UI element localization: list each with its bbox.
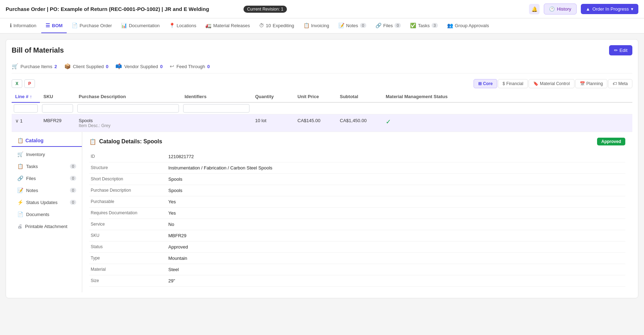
detail-table-row: Structure Instrumentation / Fabrication … <box>89 162 625 174</box>
catalog-title-icon: 📋 <box>17 138 23 143</box>
detail-table-row: Service No <box>89 219 625 230</box>
info-icon: ℹ <box>10 23 12 28</box>
row-status: ✓ <box>382 114 632 132</box>
catalog-detail-title-icon: 📋 <box>89 138 96 145</box>
filter-sku-input[interactable] <box>42 104 73 113</box>
view-tab-planning[interactable]: 📅 Planning <box>575 79 608 88</box>
detail-field-value: 1210821772 <box>167 151 625 162</box>
detail-field-label: Purchase Description <box>89 185 167 196</box>
detail-field-label: Structure <box>89 162 167 174</box>
client-supplied-icon: 📦 <box>64 63 71 70</box>
sidebar-item-notes[interactable]: 📝 Notes 0 <box>12 184 82 196</box>
sidebar-item-printable-attachment[interactable]: 🖨 Printable Attachment <box>12 220 82 232</box>
detail-field-value: MBFR29 <box>167 230 625 241</box>
tab-purchase-order[interactable]: 📄 Purchase Order <box>67 18 116 33</box>
tab-tasks[interactable]: ✅ Tasks 3 <box>406 18 442 33</box>
material-releases-icon: 🚛 <box>205 23 211 28</box>
tab-group-approvals[interactable]: 👥 Group Approvals <box>443 18 493 33</box>
row-purchase-desc: Spools Item Desc.: Grey <box>75 114 181 132</box>
material-control-tab-icon: 🔖 <box>533 81 538 86</box>
row-expand-button[interactable]: ∨ <box>15 118 19 124</box>
bom-title: Bill of Materials <box>12 46 64 54</box>
tab-notes[interactable]: 📝 Notes 0 <box>334 18 371 33</box>
filter-row <box>12 102 632 114</box>
row-identifiers <box>181 114 252 132</box>
tab-expediting[interactable]: ⏱ 10 Expediting <box>255 18 298 33</box>
filter-identifiers-input[interactable] <box>183 104 249 113</box>
detail-table-row: Requires Documentation Yes <box>89 208 625 219</box>
tasks-sidebar-icon: 📋 <box>17 163 23 169</box>
col-header-subtotal: Subtotal <box>336 91 382 102</box>
pdf-export-button[interactable]: P <box>24 79 35 88</box>
filter-line-input[interactable] <box>14 104 38 113</box>
view-tab-material-control[interactable]: 🔖 Material Control <box>529 79 574 88</box>
detail-field-value: Spools <box>167 174 625 185</box>
order-status-button[interactable]: ▲ Order In Progress ▾ <box>581 4 638 14</box>
documents-icon: 📄 <box>17 211 23 217</box>
tab-material-releases[interactable]: 🚛 Material Releases <box>201 18 254 33</box>
sidebar-item-inventory[interactable]: 🛒 Inventory <box>12 148 82 160</box>
detail-field-label: Service <box>89 219 167 230</box>
purchase-items-summary: 🛒 Purchase Items 2 <box>12 63 57 70</box>
view-tab-core[interactable]: ⊞ Core <box>474 79 497 88</box>
order-icon: ▲ <box>586 6 590 12</box>
edit-button[interactable]: ✏ Edit <box>609 45 632 55</box>
tab-documentation[interactable]: 📊 Documentation <box>117 18 164 33</box>
sidebar-item-status-updates[interactable]: ⚡ Status Updates 0 <box>12 196 82 208</box>
excel-export-button[interactable]: X <box>12 79 22 88</box>
view-tabs: ⊞ Core $ Financial 🔖 Material Control 📅 … <box>474 79 632 88</box>
history-button[interactable]: 🕐 History <box>544 4 576 14</box>
col-header-sku: SKU <box>40 91 75 102</box>
detail-table-row: Status Approved <box>89 241 625 253</box>
detail-table-row: ID 1210821772 <box>89 151 625 162</box>
view-tab-meta[interactable]: 🏷 Meta <box>608 79 632 88</box>
bom-icon: ☰ <box>46 23 50 28</box>
detail-field-value: Steel <box>167 264 625 275</box>
sort-asc-icon: ↑ <box>30 94 32 99</box>
approved-badge: Approved <box>597 138 625 145</box>
notification-bell-button[interactable]: 🔔 <box>529 4 540 14</box>
core-tab-icon: ⊞ <box>478 81 482 86</box>
detail-field-label: Short Description <box>89 174 167 185</box>
nav-tabs: ℹ Information ☰ BOM 📄 Purchase Order 📊 D… <box>0 18 644 34</box>
files-icon: 🔗 <box>375 23 381 28</box>
main-content: Bill of Materials ✏ Edit 🛒 Purchase Item… <box>0 34 644 331</box>
vendor-supplied-icon: 📫 <box>115 63 122 70</box>
catalog-sidebar-title: 📋 Catalog <box>12 138 82 147</box>
sidebar-item-documents[interactable]: 📄 Documents <box>12 208 82 220</box>
cart-icon: 🛒 <box>12 63 18 70</box>
row-expand-cell: ∨ 1 <box>12 114 40 132</box>
bell-icon: 🔔 <box>531 6 537 12</box>
detail-table-row: Size 29" <box>89 275 625 287</box>
detail-field-value: No <box>167 219 625 230</box>
financial-tab-icon: $ <box>502 81 505 86</box>
col-header-line: Line # ↑ <box>12 91 40 102</box>
bom-header: Bill of Materials ✏ Edit <box>12 45 632 55</box>
row-subtotal: CA$1,450.00 <box>336 114 382 132</box>
row-unit-price: CA$145.00 <box>294 114 336 132</box>
page-title: Purchase Order | PO: Example of Return (… <box>6 6 239 12</box>
detail-field-value: Spools <box>167 185 625 196</box>
sidebar-item-tasks[interactable]: 📋 Tasks 0 <box>12 160 82 172</box>
view-tab-financial[interactable]: $ Financial <box>498 79 528 88</box>
locations-icon: 📍 <box>169 23 175 28</box>
tab-files[interactable]: 🔗 Files 0 <box>371 18 405 33</box>
detail-table-row: Purchasable Yes <box>89 196 625 208</box>
detail-table-row: Short Description Spools <box>89 174 625 185</box>
group-approvals-icon: 👥 <box>447 23 453 28</box>
detail-table-row: Material Steel <box>89 264 625 275</box>
tab-bom[interactable]: ☰ BOM <box>41 18 67 33</box>
tab-invoicing[interactable]: 📋 Invoicing <box>299 18 333 33</box>
detail-field-label: SKU <box>89 230 167 241</box>
sidebar-item-files[interactable]: 🔗 Files 0 <box>12 172 82 184</box>
col-header-unit-price: Unit Price <box>294 91 336 102</box>
row-quantity: 10 lot <box>252 114 294 132</box>
detail-field-value: Yes <box>167 208 625 219</box>
revision-badge: Current Revision: 1 <box>243 6 287 13</box>
status-check-icon: ✓ <box>386 118 391 125</box>
tab-locations[interactable]: 📍 Locations <box>165 18 201 33</box>
tab-information[interactable]: ℹ Information <box>6 18 41 33</box>
detail-field-value: Mountain <box>167 253 625 264</box>
filter-desc-input[interactable] <box>77 104 179 113</box>
notes-sidebar-icon: 📝 <box>17 187 23 193</box>
